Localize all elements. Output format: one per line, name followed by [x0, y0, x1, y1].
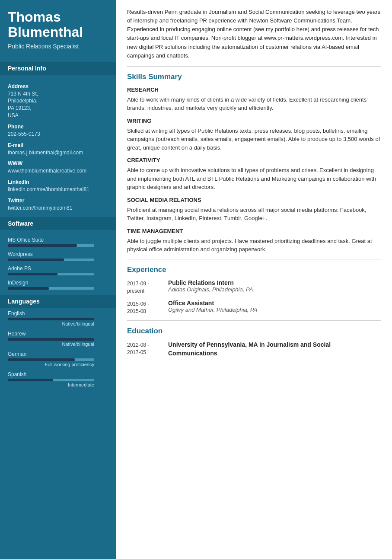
- divider-3: [127, 320, 381, 321]
- language-item: German Full working proficiency: [8, 351, 108, 367]
- sidebar: Thomas Blumenthal Public Relations Speci…: [0, 0, 116, 559]
- candidate-title: Public Relations Specialist: [8, 42, 108, 50]
- experience-row: 2017-09 -present Public Relations Intern…: [127, 279, 381, 295]
- sidebar-header: Thomas Blumenthal Public Relations Speci…: [0, 0, 116, 57]
- education-list: 2012-08 -2017-05 University of Pennsylva…: [127, 341, 381, 358]
- education-section-title: Education: [127, 327, 381, 335]
- address-value: 713 N 4th St,Philadelphia,PA 19123,USA: [8, 90, 108, 119]
- experience-detail: Office Assistant Ogilvy and Mather, Phil…: [168, 300, 257, 315]
- experience-company: Adidas Originals, Philadelphia, PA: [168, 286, 253, 293]
- education-title: University of Pennsylvania, MA in Journa…: [168, 341, 381, 358]
- languages-section: English Native/bilingual Hebrew Native/b…: [0, 308, 116, 387]
- skill-item: RESEARCH Able to work with many kinds of…: [127, 86, 381, 112]
- personal-info-section: Address 713 N 4th St,Philadelphia,PA 191…: [0, 75, 116, 212]
- skill-item: TIME MANAGEMENT Able to juggle multiple …: [127, 228, 381, 254]
- skill-description: Able to come up with innovative solution…: [127, 166, 381, 192]
- software-bar-bg: [8, 273, 94, 275]
- education-date: 2012-08 -2017-05: [127, 341, 168, 358]
- phone-value: 202-555-0173: [8, 131, 108, 138]
- skills-section-title: Skills Summary: [127, 73, 381, 81]
- divider-1: [127, 66, 381, 67]
- experience-title: Office Assistant: [168, 300, 257, 307]
- software-item: Wordpress: [8, 251, 108, 261]
- address-label: Address: [8, 83, 108, 89]
- language-item: Spanish Intermediate: [8, 371, 108, 387]
- language-level: Intermediate: [8, 382, 94, 387]
- personal-info-header: Personal Info: [0, 62, 116, 75]
- email-value: thomas.j.blumenthal@gmail.com: [8, 149, 108, 157]
- experience-detail: Public Relations Intern Adidas Originals…: [168, 279, 253, 295]
- language-level: Native/bilingual: [8, 321, 94, 326]
- skills-list: RESEARCH Able to work with many kinds of…: [127, 86, 381, 254]
- language-bar-bg: [8, 358, 94, 361]
- experience-section-title: Experience: [127, 265, 381, 274]
- language-bar-fill: [8, 338, 94, 341]
- skill-heading: SOCIAL MEDIA RELATIONS: [127, 197, 381, 203]
- language-bar-bg: [8, 379, 94, 381]
- language-bar-bg: [8, 318, 94, 320]
- language-level: Full working proficiency: [8, 362, 94, 367]
- software-bar-bg: [8, 244, 94, 247]
- language-bar-fill: [8, 379, 53, 381]
- skill-description: Skilled at writing all types of Public R…: [127, 127, 381, 152]
- experience-title: Public Relations Intern: [168, 279, 253, 286]
- software-name: Adobe PS: [8, 265, 108, 272]
- software-name: InDesign: [8, 280, 108, 286]
- experience-row: 2015-06 -2015-08 Office Assistant Ogilvy…: [127, 300, 381, 315]
- software-bar-fill: [8, 259, 64, 261]
- software-bar-fill: [8, 244, 77, 247]
- language-level: Native/bilingual: [8, 342, 94, 347]
- skill-item: WRITING Skilled at writing all types of …: [127, 118, 381, 152]
- twitter-value: twitter.com/thommybloom81: [8, 204, 108, 212]
- software-item: MS Office Suite: [8, 237, 108, 247]
- main-content: Results-driven Penn graduate in Journali…: [116, 0, 392, 559]
- software-section: MS Office Suite Wordpress Adobe PS InDes…: [0, 230, 116, 290]
- software-bar-fill: [8, 273, 57, 275]
- language-bar-bg: [8, 338, 94, 341]
- skill-item: SOCIAL MEDIA RELATIONS Proficient at man…: [127, 197, 381, 223]
- twitter-label: Twitter: [8, 198, 108, 204]
- language-bar-fill: [8, 318, 94, 320]
- software-bar-bg: [8, 287, 94, 290]
- software-header: Software: [0, 217, 116, 230]
- candidate-name: Thomas Blumenthal: [8, 10, 108, 40]
- software-name: MS Office Suite: [8, 237, 108, 243]
- experience-company: Ogilvy and Mather, Philadelphia, PA: [168, 307, 257, 313]
- skill-heading: RESEARCH: [127, 86, 381, 93]
- language-name: English: [8, 310, 108, 316]
- skill-heading: CREATIVITY: [127, 157, 381, 163]
- skill-heading: WRITING: [127, 118, 381, 124]
- language-name: Spanish: [8, 371, 108, 377]
- experience-list: 2017-09 -present Public Relations Intern…: [127, 279, 381, 315]
- language-item: Hebrew Native/bilingual: [8, 331, 108, 347]
- email-label: E-mail: [8, 142, 108, 148]
- skill-heading: TIME MANAGEMENT: [127, 228, 381, 234]
- phone-label: Phone: [8, 124, 108, 130]
- education-row: 2012-08 -2017-05 University of Pennsylva…: [127, 341, 381, 358]
- language-name: Hebrew: [8, 331, 108, 337]
- language-item: English Native/bilingual: [8, 310, 108, 326]
- language-name: German: [8, 351, 108, 357]
- www-value: www.thomblumenthalcreative.com: [8, 167, 108, 175]
- summary-text: Results-driven Penn graduate in Journali…: [127, 8, 381, 60]
- software-bar-bg: [8, 259, 94, 261]
- skill-description: Able to juggle multiple clients and proj…: [127, 237, 381, 254]
- language-bar-fill: [8, 358, 75, 361]
- software-bar-fill: [8, 287, 49, 290]
- experience-date: 2015-06 -2015-08: [127, 300, 168, 315]
- linkedin-label: LinkedIn: [8, 179, 108, 185]
- software-name: Wordpress: [8, 251, 108, 257]
- skill-description: Proficient at managing social media rela…: [127, 206, 381, 223]
- www-label: WWW: [8, 160, 108, 166]
- software-item: InDesign: [8, 280, 108, 290]
- divider-2: [127, 259, 381, 259]
- skill-item: CREATIVITY Able to come up with innovati…: [127, 157, 381, 192]
- experience-date: 2017-09 -present: [127, 279, 168, 295]
- skill-description: Able to work with many kinds of clients …: [127, 96, 381, 112]
- languages-header: Languages: [0, 295, 116, 308]
- software-item: Adobe PS: [8, 265, 108, 275]
- linkedin-value: linkedin.com/me/thomblumenthal81: [8, 186, 108, 193]
